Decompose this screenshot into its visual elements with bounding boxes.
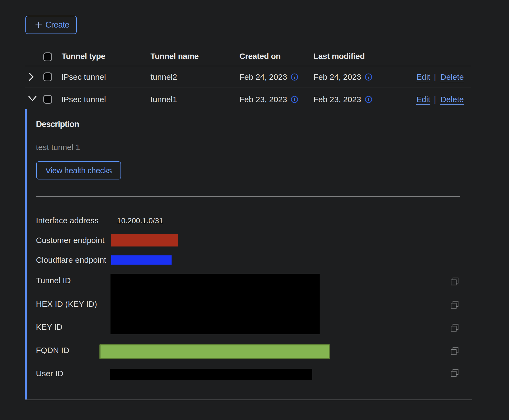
svg-text:i: i (294, 97, 295, 102)
svg-text:i: i (368, 75, 369, 80)
svg-text:i: i (368, 97, 369, 102)
svg-text:i: i (294, 75, 295, 80)
